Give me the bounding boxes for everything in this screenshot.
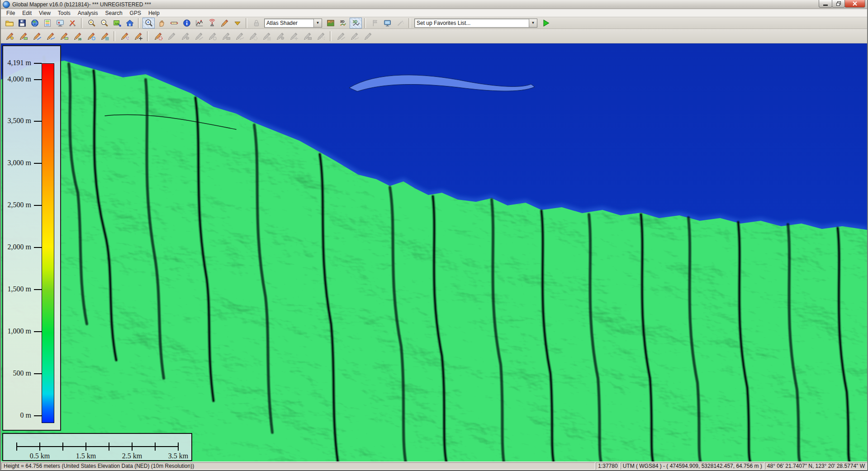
measure-tool-button[interactable] xyxy=(168,18,180,29)
zoom-to-fit-button[interactable] xyxy=(111,18,123,29)
scale-bar-label: 2.5 km xyxy=(122,452,142,460)
overlay-control-center-button[interactable] xyxy=(41,18,53,29)
pan-tool-button[interactable] xyxy=(155,18,167,29)
view-shed-button[interactable] xyxy=(206,18,218,29)
pencil-none-icon xyxy=(167,32,176,41)
path-profile-button[interactable] xyxy=(193,18,205,29)
create-circle-button[interactable] xyxy=(85,30,98,42)
globe-icon xyxy=(30,19,39,28)
pencil-star-icon xyxy=(317,32,326,41)
threed-view-icon: 3D xyxy=(351,19,360,28)
elevation-legend: 4,191 m4,000 m3,500 m3,000 m2,500 m2,000… xyxy=(2,45,61,431)
zoom-tool-button[interactable] xyxy=(142,18,155,29)
scale-bar-line xyxy=(17,446,178,447)
walk-mode-button[interactable] xyxy=(381,18,394,29)
folder-icon xyxy=(5,19,14,28)
pencil-rect-icon xyxy=(222,32,231,41)
apply-favorite-button[interactable] xyxy=(540,18,552,29)
app-logo-icon xyxy=(3,1,10,8)
close-button[interactable] xyxy=(844,0,865,8)
pencil-line-icon xyxy=(337,32,346,41)
padlock-icon xyxy=(252,19,261,28)
split-selected-button xyxy=(287,30,300,42)
svg-text:3D: 3D xyxy=(340,19,344,24)
create-range-rings-button[interactable] xyxy=(152,30,165,42)
restore-button[interactable] xyxy=(832,0,845,8)
create-grid-button[interactable] xyxy=(98,30,111,42)
menu-analysis[interactable]: Analysis xyxy=(74,10,102,17)
menu-bar: FileEditViewToolsAnalysisSearchGPSHelp xyxy=(1,9,867,17)
menu-gps[interactable]: GPS xyxy=(126,10,145,17)
legend-tick-line xyxy=(34,247,42,248)
menu-view[interactable]: View xyxy=(35,10,54,17)
scale-bar-tick xyxy=(132,442,133,451)
floppy-icon xyxy=(18,19,27,28)
create-area-feature-button[interactable] xyxy=(3,30,16,42)
digitizer-toolbar: 36 xyxy=(1,29,867,43)
create-text-button[interactable]: 36 xyxy=(71,30,84,42)
status-projection: UTM ( WGS84 ) - ( 474594.909, 5328142.45… xyxy=(621,462,764,470)
save-button[interactable] xyxy=(16,18,28,29)
scale-selected-button xyxy=(247,30,260,42)
toolbar-separator xyxy=(246,18,247,28)
menu-tools[interactable]: Tools xyxy=(54,10,74,17)
chevron-down-icon[interactable]: ▼ xyxy=(529,19,537,27)
pencil-cross-icon xyxy=(134,32,143,41)
show-3d-view-button[interactable]: 3D xyxy=(350,18,362,29)
feature-info-button[interactable] xyxy=(180,18,193,29)
texture-map-button[interactable] xyxy=(324,18,337,29)
map-canvas[interactable] xyxy=(1,43,867,462)
pencil-line-icon xyxy=(33,32,42,41)
menu-search[interactable]: Search xyxy=(102,10,126,17)
show-3d-path-button[interactable]: 3D xyxy=(337,18,349,29)
full-view-button[interactable] xyxy=(123,18,136,29)
create-area-from-lines-button[interactable] xyxy=(57,30,71,42)
configure-button[interactable] xyxy=(54,18,66,29)
digitizer-tool-button[interactable] xyxy=(218,18,231,29)
create-point-button[interactable] xyxy=(118,30,131,42)
minimize-button[interactable] xyxy=(819,0,832,8)
restore-icon xyxy=(836,1,841,6)
flag-icon xyxy=(370,19,379,28)
zoom-in-button[interactable] xyxy=(85,18,98,29)
scale-bar-tick xyxy=(62,442,63,451)
pencil-text-icon: 36 xyxy=(73,32,82,41)
menu-edit[interactable]: Edit xyxy=(19,10,35,17)
menu-help[interactable]: Help xyxy=(145,10,163,17)
zoom-fit-icon xyxy=(113,19,122,28)
open-file-button[interactable] xyxy=(3,18,15,29)
texture-icon xyxy=(326,19,335,28)
more-tools-button[interactable] xyxy=(231,18,243,29)
scale-bar-tick xyxy=(85,442,86,451)
create-curve-button[interactable] xyxy=(44,30,57,42)
offset-digitize-button xyxy=(361,30,375,42)
download-online-data-button[interactable] xyxy=(28,18,41,29)
scale-bar-label: 0.5 km xyxy=(30,452,50,460)
create-point-at-coord-button[interactable] xyxy=(132,30,145,42)
pencil-curve-icon xyxy=(350,32,359,41)
wand-icon xyxy=(396,19,405,28)
title-bar: Global Mapper v16.0 (b121814)- *** UNREG… xyxy=(1,0,867,9)
shader-select[interactable]: Atlas Shader▼ xyxy=(264,19,322,28)
pencil-poly-icon xyxy=(5,32,14,41)
map-layout-button[interactable] xyxy=(66,18,79,29)
legend-tick-line xyxy=(34,63,42,64)
legend-tick-line xyxy=(34,121,42,122)
zoom-out-button[interactable] xyxy=(98,18,110,29)
legend-tick-line xyxy=(34,289,42,290)
dropdown-icon xyxy=(233,19,242,28)
legend-tick-label: 1,500 m xyxy=(3,285,31,293)
toolbar-separator xyxy=(147,31,149,41)
lock-views-button xyxy=(250,18,262,29)
create-line-feature-button[interactable] xyxy=(30,30,43,42)
scale-bar-tick xyxy=(155,442,156,451)
edit-selected-button xyxy=(165,30,178,42)
pencil-curve-icon xyxy=(235,32,244,41)
menu-file[interactable]: File xyxy=(3,10,19,17)
create-rectangle-button[interactable] xyxy=(17,30,30,42)
scale-bar-tick xyxy=(109,442,109,451)
combine-selected-button xyxy=(274,30,287,42)
pencil-grid-icon xyxy=(262,32,271,41)
favorites-select[interactable]: Set up Favorites List...▼ xyxy=(414,19,537,28)
chevron-down-icon[interactable]: ▼ xyxy=(313,19,322,27)
